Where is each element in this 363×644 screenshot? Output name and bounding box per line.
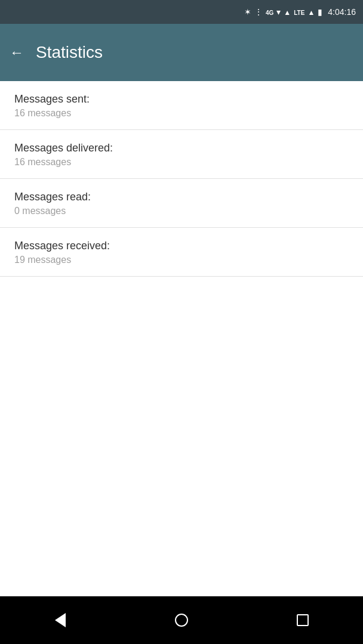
wifi-icon xyxy=(276,7,281,17)
stat-value-delivered: 16 messages xyxy=(14,157,349,168)
stat-label-delivered: Messages delivered: xyxy=(14,142,349,154)
app-bar: ← Statistics xyxy=(0,24,363,81)
stat-label-sent: Messages sent: xyxy=(14,93,349,106)
stat-value-read: 0 messages xyxy=(14,206,349,216)
nav-back-button[interactable] xyxy=(42,602,78,638)
recents-nav-icon xyxy=(297,614,309,626)
stat-value-received: 19 messages xyxy=(14,255,349,265)
bluetooth-icon xyxy=(244,7,251,17)
home-nav-icon xyxy=(175,614,188,627)
stat-value-sent: 16 messages xyxy=(14,108,349,119)
vibrate-icon xyxy=(254,7,263,17)
status-bar: 4:04:16 xyxy=(0,0,363,24)
stat-item-sent: Messages sent: 16 messages xyxy=(0,81,363,130)
status-icons: 4:04:16 xyxy=(244,7,356,17)
stat-item-delivered: Messages delivered: 16 messages xyxy=(0,130,363,179)
back-button[interactable]: ← xyxy=(10,45,24,60)
nav-home-button[interactable] xyxy=(164,602,199,638)
battery-icon xyxy=(318,7,322,17)
nav-recents-button[interactable] xyxy=(285,602,321,638)
stat-label-received: Messages received: xyxy=(14,240,349,252)
signal2-icon xyxy=(307,8,315,17)
lte-icon xyxy=(294,8,304,17)
4g-icon xyxy=(266,8,273,17)
stat-item-received: Messages received: 19 messages xyxy=(0,228,363,277)
stat-label-read: Messages read: xyxy=(14,191,349,203)
signal-icon xyxy=(284,8,291,17)
stat-item-read: Messages read: 0 messages xyxy=(0,179,363,228)
page-title: Statistics xyxy=(36,43,103,62)
bottom-nav xyxy=(0,596,363,644)
stats-list: Messages sent: 16 messages Messages deli… xyxy=(0,81,363,277)
status-time: 4:04:16 xyxy=(328,7,356,17)
back-nav-icon xyxy=(55,613,66,627)
